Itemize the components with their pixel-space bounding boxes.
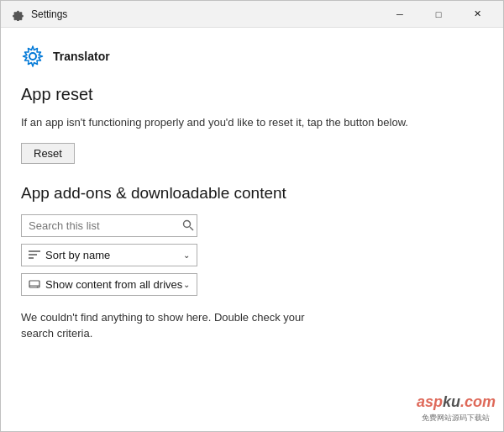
search-icon-button[interactable] [182, 219, 194, 231]
app-reset-description: If an app isn't functioning properly and… [21, 114, 483, 131]
show-content-dropdown[interactable]: Show content from all drives ⌄ [21, 273, 197, 296]
title-bar: Settings ─ □ ✕ [1, 1, 503, 28]
minimize-button[interactable]: ─ [381, 1, 419, 28]
maximize-button[interactable]: □ [419, 1, 458, 28]
content-area: Translator App reset If an app isn't fun… [1, 28, 503, 431]
reset-button[interactable]: Reset [21, 143, 75, 164]
main-content: Translator App reset If an app isn't fun… [1, 28, 503, 431]
app-gear-icon [21, 45, 45, 68]
show-content-chevron-icon: ⌄ [183, 280, 190, 289]
settings-icon [11, 8, 24, 21]
show-content-label: Show content from all drives [45, 278, 182, 291]
empty-message: We couldn't find anything to show here. … [21, 309, 307, 342]
svg-point-0 [29, 53, 36, 60]
sort-dropdown-label: Sort by name [45, 249, 110, 261]
show-content-dropdown-left: Show content from all drives [29, 278, 182, 291]
sort-dropdown-left: Sort by name [29, 249, 110, 261]
title-bar-left: Settings [11, 8, 67, 21]
sort-chevron-icon: ⌄ [183, 250, 190, 260]
svg-line-2 [190, 227, 193, 230]
sort-icon [29, 250, 40, 260]
svg-point-8 [37, 287, 39, 288]
window-title: Settings [31, 8, 67, 20]
sort-dropdown[interactable]: Sort by name ⌄ [21, 244, 197, 266]
svg-point-1 [184, 221, 191, 228]
title-bar-controls: ─ □ ✕ [381, 1, 496, 28]
close-button[interactable]: ✕ [458, 1, 496, 28]
app-header: Translator [21, 45, 483, 68]
search-box [21, 214, 197, 237]
search-input[interactable] [21, 214, 197, 237]
addons-title: App add-ons & downloadable content [21, 184, 483, 203]
app-name: Translator [53, 50, 110, 63]
svg-rect-6 [29, 281, 39, 287]
app-reset-title: App reset [21, 85, 483, 104]
search-icon [182, 219, 194, 231]
settings-window: Settings ─ □ ✕ Translator App reset [0, 0, 504, 432]
drive-icon [29, 278, 40, 290]
